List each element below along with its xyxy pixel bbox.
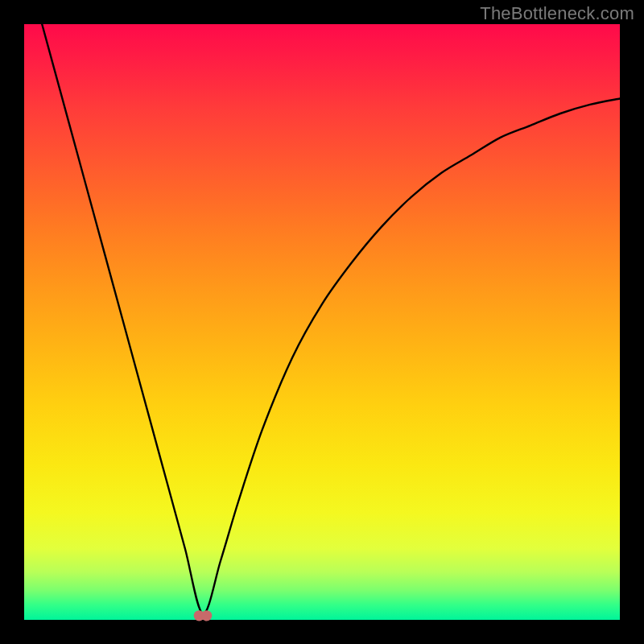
bottleneck-curve [24, 24, 620, 620]
chart-plot-area [24, 24, 620, 620]
chart-stage: TheBottleneck.com [0, 0, 644, 644]
curve-path [42, 24, 620, 614]
watermark-text: TheBottleneck.com [480, 3, 634, 24]
curve-min-marker [201, 610, 212, 621]
